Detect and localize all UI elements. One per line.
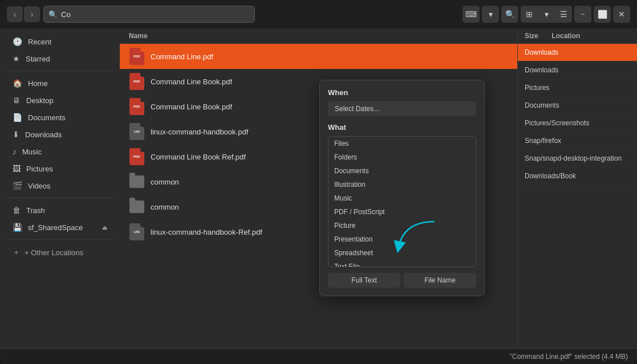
location-text: ownloads (530, 48, 559, 56)
sidebar-item-starred[interactable]: ★ Starred (3, 50, 116, 67)
sidebar-item-music[interactable]: ♪ Music (3, 143, 116, 160)
music-icon: ♪ (13, 147, 17, 156)
what-type-list: Files Folders Documents Illustration Mus… (328, 136, 476, 267)
file-name: linux-command-handbook.pdf (151, 128, 248, 136)
sidebar-add-locations[interactable]: ＋ + Other Locations (3, 243, 116, 261)
main-content: 🕐 Recent ★ Starred 🏠 Home 🖥 Desktop 📄 Do… (0, 28, 637, 348)
location-value: S (525, 137, 529, 145)
recent-icon: 🕐 (13, 37, 22, 46)
search-bar: 🔍 (43, 6, 255, 23)
grid-view-button[interactable]: ⊞ (521, 6, 538, 23)
sidebar-item-label: Downloads (25, 130, 62, 139)
file-icon: LNX (129, 223, 145, 241)
list-item[interactable]: Picture (328, 219, 476, 232)
right-panel-item[interactable]: Downloads (518, 62, 637, 79)
file-list-header: Name (120, 28, 517, 44)
right-panel-header: Size Location (518, 28, 637, 44)
right-panel-item[interactable]: Snap/firefox (518, 132, 637, 150)
pdf-icon: PDF (129, 48, 144, 65)
sidebar-item-documents[interactable]: 📄 Documents (3, 109, 116, 126)
sidebar-item-trash[interactable]: 🗑 Trash (3, 202, 116, 219)
add-label: + Other Locations (25, 248, 83, 257)
location-value: S (525, 154, 529, 162)
col-name-header: Name (129, 32, 508, 40)
right-panel-item[interactable]: Downloads (518, 44, 637, 62)
home-icon: 🏠 (13, 79, 22, 88)
maximize-button[interactable]: ⬜ (594, 6, 611, 23)
statusbar: "Command Line.pdf" selected (4.4 MB) (0, 348, 637, 364)
right-panel: Size Location Downloads Downloads Pictur… (517, 28, 637, 348)
location-text: nap/firefox (529, 137, 561, 145)
add-icon: ＋ (13, 247, 20, 257)
sidebar-item-desktop[interactable]: 🖥 Desktop (3, 92, 116, 109)
search-input[interactable] (61, 10, 250, 19)
list-item[interactable]: Documents (328, 164, 476, 178)
file-name: linux-command-handbook-Ref.pdf (151, 228, 262, 236)
right-panel-item[interactable]: Snap/snapd-desktop-integration (518, 150, 637, 167)
file-icon (129, 198, 145, 216)
sidebar-item-label: sf_SharedSpace (28, 223, 83, 232)
trash-icon: 🗑 (13, 206, 21, 215)
star-icon: ★ (13, 54, 20, 63)
main-window: ‹ › 🔍 ⌨ ▾ 🔍 ⊞ ▾ ☰ － ⬜ ✕ 🕐 Recen (0, 0, 637, 364)
location-text: nap/snapd-desktop-integration (529, 154, 622, 162)
location-value: D (525, 172, 530, 180)
search-toggle-button[interactable]: 🔍 (501, 6, 518, 23)
right-panel-item[interactable]: Pictures (518, 79, 637, 97)
table-row[interactable]: PDF Command Line.pdf (120, 44, 517, 69)
file-icon: LNX (129, 122, 145, 141)
back-button[interactable]: ‹ (7, 6, 23, 22)
list-item[interactable]: Files (328, 137, 476, 150)
folder-icon (129, 175, 144, 188)
location-text: ictures (529, 84, 549, 92)
list-item[interactable]: Folders (328, 150, 476, 164)
pdf-icon: PDF (129, 98, 144, 115)
list-view-button[interactable]: ☰ (555, 6, 572, 23)
right-panel-item[interactable]: Documents (518, 97, 637, 114)
list-item[interactable]: Music (328, 191, 476, 205)
pictures-icon: 🖼 (13, 164, 21, 173)
sidebar-item-label: Music (22, 148, 42, 156)
location-text: ownloads/Book (530, 172, 576, 180)
sidebar: 🕐 Recent ★ Starred 🏠 Home 🖥 Desktop 📄 Do… (0, 28, 120, 348)
file-name: Command Line Book Ref.pdf (151, 153, 246, 161)
list-item[interactable]: Text File (328, 260, 476, 267)
documents-icon: 📄 (13, 113, 22, 122)
sidebar-item-label: Pictures (26, 165, 53, 173)
right-panel-item[interactable]: Downloads/Book (518, 167, 637, 185)
location-text: ocuments (530, 101, 559, 109)
list-item[interactable]: Presentation (328, 232, 476, 246)
grid-dropdown-button[interactable]: ▾ (538, 6, 555, 23)
sidebar-item-sf-shared[interactable]: 💾 sf_SharedSpace ⏏ (3, 219, 116, 236)
file-name-button[interactable]: File Name (404, 273, 476, 288)
list-item[interactable]: Illustration (328, 178, 476, 191)
close-button[interactable]: ✕ (613, 6, 630, 23)
sidebar-item-recent[interactable]: 🕐 Recent (3, 33, 116, 50)
titlebar-right: ⌨ ▾ 🔍 ⊞ ▾ ☰ － ⬜ ✕ (462, 6, 630, 23)
keyboard-icon-button[interactable]: ⌨ (462, 6, 480, 23)
when-label: When (328, 88, 476, 97)
sidebar-item-pictures[interactable]: 🖼 Pictures (3, 160, 116, 177)
date-select-button[interactable]: Select Dates… (328, 101, 476, 116)
location-text: ictures/Screenshots (529, 119, 589, 127)
full-text-button[interactable]: Full Text (328, 273, 400, 288)
dropdown-button[interactable]: ▾ (482, 6, 499, 23)
file-icon: PDF (129, 72, 145, 91)
location-col-label: Location (551, 32, 580, 40)
what-label: What (328, 123, 476, 132)
sidebar-item-home[interactable]: 🏠 Home (3, 75, 116, 92)
right-panel-item[interactable]: Pictures/Screenshots (518, 114, 637, 132)
forward-button[interactable]: › (24, 6, 40, 22)
sidebar-item-label: Home (28, 79, 48, 88)
desktop-icon: 🖥 (13, 96, 21, 105)
sidebar-item-downloads[interactable]: ⬇ Downloads (3, 126, 116, 143)
size-col-label: Size (525, 32, 538, 40)
folder-icon (129, 201, 144, 213)
sidebar-divider-2 (7, 239, 113, 240)
file-name: common (151, 203, 179, 211)
sidebar-item-videos[interactable]: 🎬 Videos (3, 177, 116, 194)
list-item[interactable]: PDF / PostScript (328, 205, 476, 219)
list-item[interactable]: Spreadsheet (328, 246, 476, 260)
minimize-button[interactable]: － (574, 6, 591, 23)
titlebar: ‹ › 🔍 ⌨ ▾ 🔍 ⊞ ▾ ☰ － ⬜ ✕ (0, 0, 637, 28)
